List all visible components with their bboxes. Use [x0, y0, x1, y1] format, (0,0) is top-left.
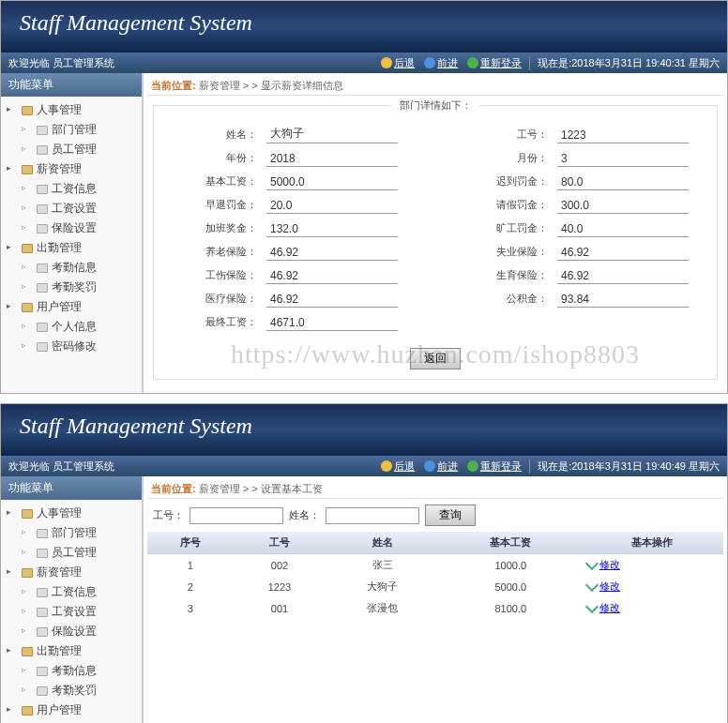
folder-icon [22, 509, 33, 519]
folder-icon [22, 165, 33, 174]
edit-link[interactable]: 修改 [587, 580, 620, 592]
sidebar-item[interactable]: 部门管理 [5, 523, 138, 543]
sidebar-item[interactable]: 员工管理 [5, 140, 138, 159]
nav-back[interactable]: 后退 [381, 56, 415, 70]
sidebar-item[interactable]: 考勤奖罚 [5, 681, 138, 700]
field-value: 大狗子 [266, 125, 398, 143]
field-label: 年份： [182, 151, 257, 167]
field-label: 迟到罚金： [473, 174, 548, 190]
sidebar-item[interactable]: 工资信息 [5, 582, 138, 602]
sidebar-item[interactable]: 个人信息 [5, 317, 138, 337]
nav-relogin[interactable]: 重新登录 [467, 459, 522, 474]
sidebar-item[interactable]: 工资设置 [5, 602, 138, 622]
sidebar-item[interactable]: 考勤奖罚 [5, 278, 138, 297]
sidebar: 功能菜单 人事管理部门管理员工管理薪资管理工资信息工资设置保险设置出勤管理考勤信… [1, 476, 142, 723]
sidebar-item[interactable]: 员工管理 [5, 543, 138, 563]
sidebar-title: 功能菜单 [1, 73, 142, 97]
page-icon [37, 667, 48, 676]
table-header: 姓名 [326, 532, 439, 554]
sidebar-group[interactable]: 人事管理 [5, 504, 138, 523]
table-cell-action: 修改 [582, 554, 723, 577]
sidebar-item[interactable]: 工资设置 [5, 199, 138, 218]
field-value: 2018 [266, 151, 398, 167]
page-icon [37, 204, 48, 214]
back-button[interactable]: 返回 [410, 348, 461, 369]
field-value: 20.0 [266, 198, 398, 214]
sidebar-group[interactable]: 出勤管理 [5, 641, 138, 661]
page-icon [37, 686, 48, 696]
edit-icon [585, 579, 599, 592]
sidebar-item[interactable]: 保险设置 [5, 218, 138, 238]
table-cell: 5000.0 [440, 576, 582, 597]
sidebar: 功能菜单 人事管理部门管理员工管理薪资管理工资信息工资设置保险设置出勤管理考勤信… [1, 73, 142, 393]
app-header: Staff Management System [1, 1, 727, 53]
search-button[interactable]: 查询 [425, 505, 476, 526]
page-icon [37, 283, 48, 293]
forward-icon [424, 57, 435, 68]
sidebar-group[interactable]: 出勤管理 [5, 238, 138, 258]
fieldset-legend: 部门详情如下： [392, 98, 479, 113]
field-value: 46.92 [557, 268, 689, 284]
toolbar: 欢迎光临 员工管理系统 后退 前进 重新登录 现在是:2018年3月31日 19… [1, 53, 727, 73]
sidebar-item[interactable]: 工资信息 [5, 179, 138, 199]
table-header: 序号 [147, 532, 234, 554]
detail-panel: 部门详情如下： 姓名：大狗子工号：1223年份：2018月份：3基本工资：500… [153, 105, 718, 380]
folder-icon [22, 303, 33, 312]
sidebar-group[interactable]: 薪资管理 [5, 159, 138, 179]
edit-link[interactable]: 修改 [587, 559, 620, 570]
sidebar-group[interactable]: 用户管理 [5, 297, 138, 317]
field-value: 300.0 [557, 198, 689, 214]
field-value: 5000.0 [266, 174, 398, 190]
field-value: 46.92 [557, 245, 689, 261]
search-empno-label: 工号： [153, 508, 184, 522]
field-value: 3 [557, 151, 689, 167]
table-cell-action: 修改 [582, 576, 723, 597]
nav-relogin[interactable]: 重新登录 [467, 56, 522, 70]
page-icon [37, 126, 48, 135]
search-name-label: 姓名： [289, 508, 320, 522]
sidebar-item[interactable]: 密码修改 [5, 337, 138, 356]
edit-link[interactable]: 修改 [587, 602, 620, 613]
table-cell: 张三 [326, 554, 439, 577]
nav-back[interactable]: 后退 [381, 459, 415, 474]
field-label: 早退罚金： [182, 198, 257, 214]
field-value: 93.84 [557, 292, 689, 308]
field-value: 46.92 [266, 268, 398, 284]
sidebar-group[interactable]: 用户管理 [5, 700, 138, 720]
field-label: 请假罚金： [473, 198, 548, 214]
sidebar-item[interactable]: 考勤信息 [5, 258, 138, 278]
field-value: 1223 [557, 128, 689, 143]
folder-icon [22, 568, 33, 578]
sidebar-item[interactable]: 部门管理 [5, 120, 138, 140]
field-label: 医疗保险： [182, 292, 257, 308]
sidebar-item[interactable]: 考勤信息 [5, 661, 138, 681]
page-icon [37, 588, 48, 597]
table-header: 基本操作 [582, 532, 723, 554]
field-label: 月份： [473, 151, 548, 167]
table-row: 21223大狗子5000.0修改 [147, 576, 723, 597]
nav-forward[interactable]: 前进 [424, 56, 458, 70]
table-cell: 3 [147, 597, 234, 619]
breadcrumb: 当前位置: 薪资管理 > > 设置基本工资 [147, 480, 723, 499]
toolbar: 欢迎光临 员工管理系统 后退 前进 重新登录 现在是:2018年3月31日 19… [1, 456, 727, 476]
nav-tree: 人事管理部门管理员工管理薪资管理工资信息工资设置保险设置出勤管理考勤信息考勤奖罚… [1, 500, 142, 723]
search-empno-input[interactable] [190, 507, 283, 524]
folder-icon [22, 244, 33, 253]
field-label: 基本工资： [182, 174, 257, 190]
field-label: 工伤保险： [182, 268, 257, 284]
status-time: 现在是:2018年3月31日 19:40:31 星期六 [529, 56, 720, 70]
relogin-icon [467, 57, 478, 68]
edit-icon [585, 557, 599, 570]
sidebar-item[interactable]: 保险设置 [5, 622, 138, 641]
sidebar-group[interactable]: 人事管理 [5, 100, 138, 120]
sidebar-group[interactable]: 薪资管理 [5, 563, 138, 582]
search-name-input[interactable] [326, 507, 419, 524]
forward-icon [424, 460, 435, 472]
field-value: 40.0 [557, 221, 689, 237]
nav-forward[interactable]: 前进 [424, 459, 458, 474]
app-header: Staff Management System [1, 404, 727, 456]
breadcrumb: 当前位置: 薪资管理 > > 显示薪资详细信息 [147, 77, 723, 96]
table-row: 3001张漫包8100.0修改 [147, 597, 723, 619]
table-cell: 张漫包 [326, 597, 439, 619]
table-cell: 1 [147, 554, 234, 577]
